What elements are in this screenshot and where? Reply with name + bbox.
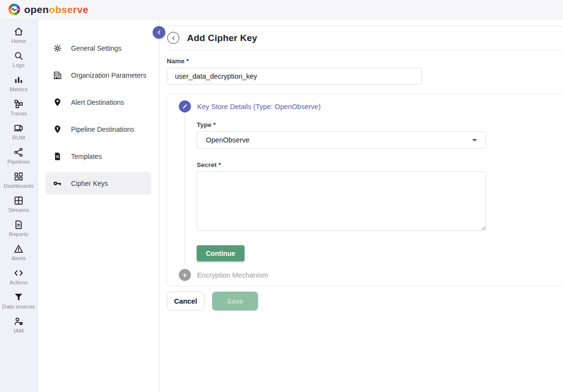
- continue-button[interactable]: Continue: [197, 245, 245, 261]
- name-field-block: Name *: [167, 57, 563, 84]
- dashboard-tiles-icon: [13, 171, 24, 182]
- sidebar-item-label: Data sources: [2, 304, 35, 310]
- map-pin-icon: [52, 124, 63, 135]
- cancel-button[interactable]: Cancel: [167, 292, 204, 310]
- openobserve-logo[interactable]: openobserve: [8, 3, 88, 16]
- secret-textarea[interactable]: [197, 171, 486, 231]
- sidebar-item-general-settings[interactable]: General Settings: [45, 37, 151, 60]
- step1-header: Key Store Details (Type: OpenObserve): [179, 100, 563, 112]
- step2-add-button[interactable]: +: [179, 269, 191, 281]
- collapse-sidebar-button[interactable]: [153, 26, 165, 39]
- step2-header: + Encryption Mechanism: [179, 269, 563, 281]
- search-icon: [13, 50, 24, 61]
- sidebar-item-rum[interactable]: RUM: [0, 120, 37, 144]
- sidebar-item-dashboards[interactable]: Dashboards: [0, 168, 37, 192]
- sidebar-item-home[interactable]: Home: [0, 23, 37, 47]
- pencil-icon: [182, 103, 188, 110]
- sidebar-item-logs[interactable]: Logs: [0, 47, 37, 71]
- chevron-down-icon: [472, 139, 477, 141]
- plus-icon: +: [183, 271, 187, 279]
- funnel-icon: [13, 292, 24, 303]
- document-icon: [52, 151, 63, 162]
- trace-graph-icon: [13, 98, 24, 110]
- icon-rail-sidebar: Home Logs Metrics Traces RUM Pipelines D…: [0, 19, 38, 392]
- bar-chart-icon: [13, 74, 24, 85]
- page-header: Add Cipher Key: [167, 26, 563, 50]
- step1-title: Key Store Details (Type: OpenObserve): [197, 103, 320, 111]
- form-actions: Cancel Save: [167, 292, 563, 310]
- logo-ring-icon: [8, 3, 21, 16]
- chevron-left-icon: [170, 35, 177, 42]
- nav-item-label: General Settings: [71, 44, 121, 52]
- warning-triangle-icon: [13, 243, 24, 254]
- sidebar-item-label: Logs: [13, 62, 25, 69]
- nav-item-label: Alert Destinations: [71, 98, 124, 106]
- sidebar-item-reports[interactable]: Reports: [0, 216, 37, 240]
- sidebar-item-iam[interactable]: IAM: [0, 313, 37, 337]
- type-select[interactable]: OpenObserve: [197, 131, 486, 149]
- user-gear-icon: [13, 316, 24, 327]
- sidebar-item-cipher-keys[interactable]: Cipher Keys: [45, 172, 151, 195]
- home-icon: [13, 26, 24, 37]
- secret-field-block: Secret *: [197, 161, 563, 231]
- sidebar-item-label: Traces: [10, 111, 27, 117]
- sidebar-item-data-sources[interactable]: Data sources: [0, 289, 37, 313]
- nav-item-label: Organization Parameters: [71, 71, 146, 79]
- sidebar-item-label: IAM: [14, 328, 23, 334]
- step1-edit-button[interactable]: [179, 100, 191, 112]
- type-field-block: Type * OpenObserve: [197, 114, 563, 149]
- sidebar-item-organization-parameters[interactable]: Organization Parameters: [45, 64, 151, 87]
- sidebar-item-templates[interactable]: Templates: [45, 145, 151, 168]
- add-cipher-key-panel: Add Cipher Key Name * Key Store Details …: [167, 26, 563, 383]
- nav-item-label: Templates: [71, 153, 102, 160]
- report-doc-icon: [13, 219, 24, 230]
- sidebar-item-label: Reports: [9, 231, 28, 238]
- main-content: Add Cipher Key Name * Key Store Details …: [159, 19, 563, 392]
- sidebar-item-label: Dashboards: [3, 183, 33, 189]
- code-brackets-icon: [13, 267, 24, 279]
- step1-body: Type * OpenObserve Secret * Continue: [185, 114, 563, 266]
- secret-field-label: Secret *: [197, 161, 563, 168]
- map-pin-icon: [52, 97, 63, 108]
- name-field-label: Name *: [167, 57, 563, 65]
- building-icon: [52, 70, 63, 81]
- cipher-key-stepper-card: Key Store Details (Type: OpenObserve) Ty…: [167, 94, 563, 286]
- key-icon: [52, 178, 63, 189]
- brand-wordmark: openobserve: [24, 4, 88, 15]
- type-field-label: Type *: [197, 121, 563, 128]
- sidebar-item-streams[interactable]: Streams: [0, 192, 37, 216]
- sidebar-item-label: Alerts: [12, 255, 26, 262]
- share-nodes-icon: [13, 147, 24, 158]
- nav-item-label: Pipeline Destinations: [71, 126, 134, 133]
- step2-title: Encryption Mechanism: [197, 271, 268, 279]
- name-input[interactable]: [167, 68, 422, 84]
- nav-item-label: Cipher Keys: [71, 180, 108, 187]
- sidebar-item-alert-destinations[interactable]: Alert Destinations: [45, 91, 151, 114]
- sidebar-item-label: Actions: [10, 280, 28, 286]
- sidebar-item-traces[interactable]: Traces: [0, 96, 37, 120]
- brand-open-text: open: [24, 4, 49, 15]
- gear-icon: [52, 43, 63, 54]
- grid-icon: [13, 195, 24, 206]
- monitor-icon: [13, 123, 24, 134]
- sidebar-item-alerts[interactable]: Alerts: [0, 240, 37, 265]
- sidebar-item-pipeline-destinations[interactable]: Pipeline Destinations: [45, 118, 151, 141]
- settings-sidebar: General Settings Organization Parameters…: [38, 19, 159, 392]
- back-button[interactable]: [167, 32, 179, 44]
- top-bar: openobserve: [0, 0, 563, 19]
- sidebar-item-label: Home: [11, 38, 26, 44]
- sidebar-item-label: Pipelines: [7, 159, 30, 165]
- brand-observe-text: observe: [49, 4, 88, 15]
- page-title: Add Cipher Key: [187, 33, 257, 43]
- sidebar-item-label: RUM: [12, 135, 25, 141]
- type-select-value: OpenObserve: [206, 136, 249, 144]
- save-button[interactable]: Save: [212, 292, 258, 310]
- sidebar-item-actions[interactable]: Actions: [0, 265, 37, 289]
- sidebar-item-metrics[interactable]: Metrics: [0, 71, 37, 96]
- sidebar-item-label: Streams: [8, 207, 29, 213]
- chevron-left-icon: [156, 29, 162, 36]
- sidebar-item-label: Metrics: [10, 86, 28, 93]
- sidebar-item-pipelines[interactable]: Pipelines: [0, 144, 37, 168]
